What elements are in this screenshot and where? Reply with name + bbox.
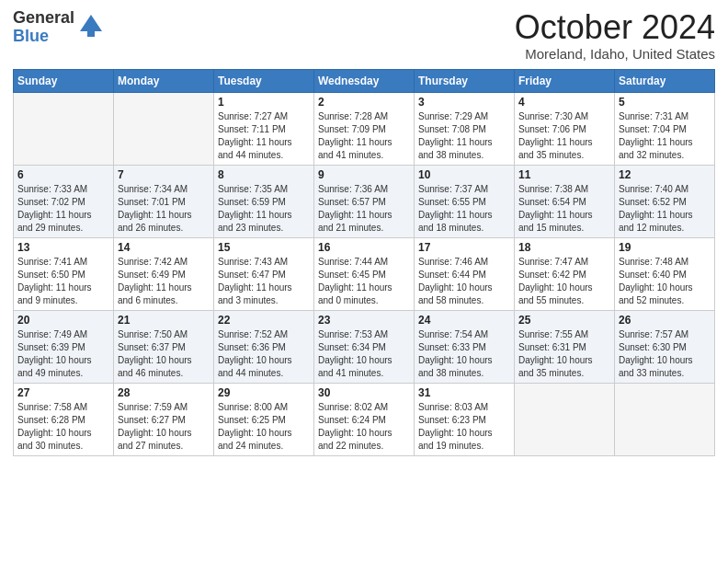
day-number: 31 (418, 386, 510, 399)
day-number: 28 (118, 386, 210, 399)
day-number: 10 (418, 168, 510, 181)
day-cell: 30Sunrise: 8:02 AMSunset: 6:24 PMDayligh… (314, 383, 415, 455)
day-cell: 1Sunrise: 7:27 AMSunset: 7:11 PMDaylight… (214, 92, 314, 165)
day-detail: Sunrise: 7:48 AMSunset: 6:40 PMDaylight:… (619, 257, 693, 305)
logo-blue: Blue (13, 28, 74, 46)
logo-text: General Blue (13, 9, 74, 46)
day-cell: 28Sunrise: 7:59 AMSunset: 6:27 PMDayligh… (114, 383, 214, 455)
day-cell: 26Sunrise: 7:57 AMSunset: 6:30 PMDayligh… (615, 310, 715, 383)
col-friday: Friday (515, 69, 615, 92)
day-detail: Sunrise: 7:53 AMSunset: 6:34 PMDaylight:… (318, 329, 392, 378)
day-number: 6 (17, 168, 109, 181)
title-area: October 2024 Moreland, Idaho, United Sta… (515, 9, 715, 62)
day-number: 5 (619, 96, 711, 109)
day-cell: 8Sunrise: 7:35 AMSunset: 6:59 PMDaylight… (214, 165, 314, 237)
day-cell: 24Sunrise: 7:54 AMSunset: 6:33 PMDayligh… (415, 310, 515, 383)
day-cell: 19Sunrise: 7:48 AMSunset: 6:40 PMDayligh… (615, 237, 715, 310)
week-row-1: 1Sunrise: 7:27 AMSunset: 7:11 PMDaylight… (14, 92, 715, 165)
day-detail: Sunrise: 7:47 AMSunset: 6:42 PMDaylight:… (518, 257, 593, 305)
week-row-5: 27Sunrise: 7:58 AMSunset: 6:28 PMDayligh… (14, 383, 715, 455)
day-number: 26 (619, 314, 711, 327)
day-number: 12 (619, 168, 711, 181)
day-number: 29 (218, 386, 310, 399)
day-number: 19 (619, 241, 711, 254)
logo-general: General (13, 9, 74, 28)
day-number: 14 (118, 241, 210, 254)
day-cell: 10Sunrise: 7:37 AMSunset: 6:55 PMDayligh… (415, 165, 515, 237)
day-detail: Sunrise: 7:57 AMSunset: 6:30 PMDaylight:… (619, 329, 693, 378)
day-cell: 11Sunrise: 7:38 AMSunset: 6:54 PMDayligh… (515, 165, 615, 237)
day-number: 15 (218, 241, 310, 254)
day-detail: Sunrise: 7:37 AMSunset: 6:55 PMDaylight:… (418, 184, 493, 233)
day-detail: Sunrise: 7:36 AMSunset: 6:57 PMDaylight:… (318, 184, 392, 233)
day-number: 20 (17, 314, 109, 327)
logo-icon (78, 13, 104, 39)
day-cell: 9Sunrise: 7:36 AMSunset: 6:57 PMDaylight… (314, 165, 415, 237)
col-wednesday: Wednesday (314, 69, 415, 92)
day-detail: Sunrise: 7:29 AMSunset: 7:08 PMDaylight:… (418, 111, 493, 160)
day-detail: Sunrise: 7:54 AMSunset: 6:33 PMDaylight:… (418, 329, 493, 378)
day-detail: Sunrise: 8:00 AMSunset: 6:25 PMDaylight:… (218, 402, 292, 451)
day-cell: 31Sunrise: 8:03 AMSunset: 6:23 PMDayligh… (415, 383, 515, 455)
day-number: 18 (518, 241, 610, 254)
col-sunday: Sunday (14, 69, 114, 92)
calendar-subtitle: Moreland, Idaho, United States (515, 46, 715, 62)
day-detail: Sunrise: 7:41 AMSunset: 6:50 PMDaylight:… (17, 257, 92, 305)
day-detail: Sunrise: 7:50 AMSunset: 6:37 PMDaylight:… (118, 329, 192, 378)
day-detail: Sunrise: 7:55 AMSunset: 6:31 PMDaylight:… (518, 329, 593, 378)
day-cell: 21Sunrise: 7:50 AMSunset: 6:37 PMDayligh… (114, 310, 214, 383)
day-number: 16 (318, 241, 410, 254)
day-number: 1 (218, 96, 310, 109)
day-number: 9 (318, 168, 410, 181)
day-detail: Sunrise: 7:42 AMSunset: 6:49 PMDaylight:… (118, 257, 192, 305)
day-detail: Sunrise: 7:28 AMSunset: 7:09 PMDaylight:… (318, 111, 392, 160)
day-cell: 18Sunrise: 7:47 AMSunset: 6:42 PMDayligh… (515, 237, 615, 310)
day-detail: Sunrise: 7:40 AMSunset: 6:52 PMDaylight:… (619, 184, 693, 233)
day-cell: 29Sunrise: 8:00 AMSunset: 6:25 PMDayligh… (214, 383, 314, 455)
col-thursday: Thursday (415, 69, 515, 92)
col-saturday: Saturday (615, 69, 715, 92)
day-cell: 7Sunrise: 7:34 AMSunset: 7:01 PMDaylight… (114, 165, 214, 237)
day-detail: Sunrise: 7:59 AMSunset: 6:27 PMDaylight:… (118, 402, 192, 451)
col-tuesday: Tuesday (214, 69, 314, 92)
day-number: 30 (318, 386, 410, 399)
day-number: 21 (118, 314, 210, 327)
day-detail: Sunrise: 7:27 AMSunset: 7:11 PMDaylight:… (218, 111, 292, 160)
day-cell: 6Sunrise: 7:33 AMSunset: 7:02 PMDaylight… (14, 165, 114, 237)
day-detail: Sunrise: 8:02 AMSunset: 6:24 PMDaylight:… (318, 402, 392, 451)
col-monday: Monday (114, 69, 214, 92)
day-number: 22 (218, 314, 310, 327)
day-detail: Sunrise: 7:58 AMSunset: 6:28 PMDaylight:… (17, 402, 92, 451)
header: General Blue October 2024 Moreland, Idah… (13, 9, 715, 62)
day-number: 23 (318, 314, 410, 327)
day-cell: 25Sunrise: 7:55 AMSunset: 6:31 PMDayligh… (515, 310, 615, 383)
svg-rect-1 (87, 28, 95, 37)
day-cell: 2Sunrise: 7:28 AMSunset: 7:09 PMDaylight… (314, 92, 415, 165)
day-cell (515, 383, 615, 455)
day-number: 25 (518, 314, 610, 327)
day-number: 27 (17, 386, 109, 399)
day-detail: Sunrise: 7:30 AMSunset: 7:06 PMDaylight:… (518, 111, 593, 160)
day-cell: 27Sunrise: 7:58 AMSunset: 6:28 PMDayligh… (14, 383, 114, 455)
day-number: 24 (418, 314, 510, 327)
day-cell: 17Sunrise: 7:46 AMSunset: 6:44 PMDayligh… (415, 237, 515, 310)
day-cell: 22Sunrise: 7:52 AMSunset: 6:36 PMDayligh… (214, 310, 314, 383)
day-cell: 16Sunrise: 7:44 AMSunset: 6:45 PMDayligh… (314, 237, 415, 310)
day-detail: Sunrise: 8:03 AMSunset: 6:23 PMDaylight:… (418, 402, 493, 451)
week-row-4: 20Sunrise: 7:49 AMSunset: 6:39 PMDayligh… (14, 310, 715, 383)
day-number: 17 (418, 241, 510, 254)
day-cell (615, 383, 715, 455)
day-cell: 13Sunrise: 7:41 AMSunset: 6:50 PMDayligh… (14, 237, 114, 310)
calendar-table: Sunday Monday Tuesday Wednesday Thursday… (13, 69, 715, 456)
header-row: Sunday Monday Tuesday Wednesday Thursday… (14, 69, 715, 92)
day-cell: 14Sunrise: 7:42 AMSunset: 6:49 PMDayligh… (114, 237, 214, 310)
calendar-title: October 2024 (515, 9, 715, 46)
day-detail: Sunrise: 7:46 AMSunset: 6:44 PMDaylight:… (418, 257, 493, 305)
day-number: 11 (518, 168, 610, 181)
day-cell: 5Sunrise: 7:31 AMSunset: 7:04 PMDaylight… (615, 92, 715, 165)
day-detail: Sunrise: 7:44 AMSunset: 6:45 PMDaylight:… (318, 257, 392, 305)
day-number: 3 (418, 96, 510, 109)
day-detail: Sunrise: 7:35 AMSunset: 6:59 PMDaylight:… (218, 184, 292, 233)
day-cell: 12Sunrise: 7:40 AMSunset: 6:52 PMDayligh… (615, 165, 715, 237)
day-cell: 15Sunrise: 7:43 AMSunset: 6:47 PMDayligh… (214, 237, 314, 310)
